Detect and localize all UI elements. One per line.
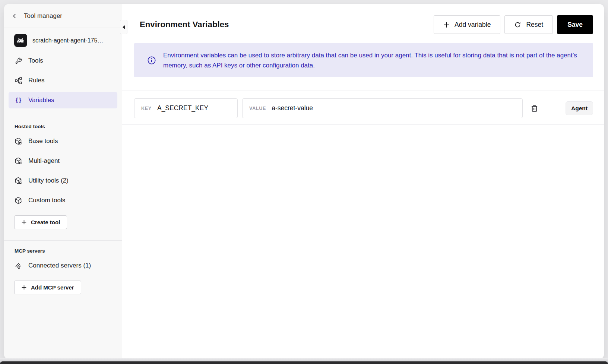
plus-icon xyxy=(443,22,450,28)
sidebar-item-label: Connected servers (1) xyxy=(28,261,91,270)
key-input[interactable] xyxy=(157,104,231,112)
hosted-tools-section: Hosted tools Base tools Multi-agent Util… xyxy=(4,116,122,237)
plus-icon xyxy=(21,219,27,225)
refresh-icon xyxy=(514,21,521,28)
plus-icon xyxy=(21,285,27,290)
main-header: Environment Variables Add variable Reset… xyxy=(134,15,593,34)
save-button[interactable]: Save xyxy=(557,15,593,34)
back-button[interactable] xyxy=(10,12,19,20)
sidebar-nav: scratch-agent-agent-175… Tools Rules { }… xyxy=(4,28,122,113)
value-input[interactable] xyxy=(272,104,516,112)
package-icon xyxy=(15,157,22,165)
wrench-icon xyxy=(15,57,22,64)
package-wrench-icon xyxy=(15,197,22,204)
sidebar-item-custom-tools[interactable]: Custom tools xyxy=(9,192,117,209)
sidebar-item-connected-servers[interactable]: Connected servers (1) xyxy=(9,257,117,274)
info-banner-text: Environment variables can be used to sto… xyxy=(163,50,579,70)
add-mcp-server-button-label: Add MCP server xyxy=(31,284,74,291)
app-window: Tool manager scratch-agent-age xyxy=(4,4,604,359)
info-banner: Environment variables can be used to sto… xyxy=(134,43,593,77)
agent-avatar-icon xyxy=(14,34,27,47)
variable-row: KEY VALUE Agent xyxy=(122,91,604,125)
create-tool-button[interactable]: Create tool xyxy=(14,215,67,229)
add-mcp-server-button[interactable]: Add MCP server xyxy=(14,281,81,294)
workflow-icon xyxy=(15,77,22,84)
sidebar-item-label: Base tools xyxy=(28,137,58,146)
variables-list: KEY VALUE Agent xyxy=(122,91,604,125)
sidebar-item-rules[interactable]: Rules xyxy=(9,72,117,89)
mcp-servers-section: MCP servers Connected servers (1) Add MC… xyxy=(4,240,122,302)
page-title: Environment Variables xyxy=(140,20,229,29)
key-field-label: KEY xyxy=(141,106,152,111)
toolbar: Add variable Reset Save xyxy=(434,15,593,34)
add-variable-button-label: Add variable xyxy=(455,21,491,29)
mcp-icon xyxy=(15,262,22,269)
sidebar-item-label: Custom tools xyxy=(28,196,65,205)
main-panel: Environment Variables Add variable Reset… xyxy=(122,4,604,359)
sidebar-title: Tool manager xyxy=(24,12,62,20)
sidebar-item-tools[interactable]: Tools xyxy=(9,53,117,69)
section-label-mcp-servers: MCP servers xyxy=(9,241,117,257)
save-button-label: Save xyxy=(567,21,583,29)
reset-button[interactable]: Reset xyxy=(504,15,553,34)
package-icon xyxy=(15,137,22,145)
value-field-label: VALUE xyxy=(249,106,266,111)
chevron-left-icon xyxy=(12,13,18,19)
braces-icon: { } xyxy=(15,96,22,104)
info-icon xyxy=(147,56,156,65)
collapse-left-icon xyxy=(122,25,125,29)
create-tool-button-label: Create tool xyxy=(31,219,60,225)
reset-button-label: Reset xyxy=(526,21,543,29)
sidebar-item-label: Multi-agent xyxy=(28,156,60,165)
sidebar-item-label: Rules xyxy=(28,76,44,85)
sidebar-item-label: Variables xyxy=(28,96,54,105)
sidebar-collapse-button[interactable] xyxy=(120,20,127,34)
sidebar-header: Tool manager xyxy=(4,4,122,28)
sidebar-item-utility-tools[interactable]: Utility tools (2) xyxy=(9,172,117,189)
sidebar-item-label: Tools xyxy=(28,56,43,65)
package-icon xyxy=(15,177,22,184)
sidebar-item-label: Utility tools (2) xyxy=(28,176,69,185)
delete-variable-button[interactable] xyxy=(529,104,539,113)
sidebar-item-variables[interactable]: { } Variables xyxy=(9,92,117,108)
background-window-edge xyxy=(0,361,608,364)
sidebar-item-multi-agent[interactable]: Multi-agent xyxy=(9,153,117,169)
variable-scope-badge: Agent xyxy=(566,101,593,115)
agent-name: scratch-agent-agent-175… xyxy=(32,37,103,44)
trash-icon xyxy=(530,104,539,113)
add-variable-button[interactable]: Add variable xyxy=(434,15,500,34)
sidebar-item-agent[interactable]: scratch-agent-agent-175… xyxy=(9,33,117,48)
section-label-hosted-tools: Hosted tools xyxy=(9,116,117,133)
value-field[interactable]: VALUE xyxy=(242,98,523,118)
sidebar: Tool manager scratch-agent-age xyxy=(4,4,122,359)
key-field[interactable]: KEY xyxy=(134,98,238,118)
sidebar-item-base-tools[interactable]: Base tools xyxy=(9,133,117,149)
